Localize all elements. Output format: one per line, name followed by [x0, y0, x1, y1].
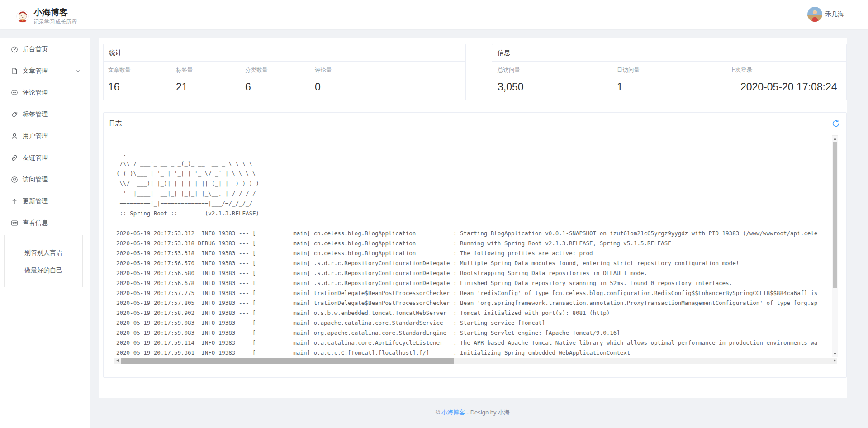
horizontal-scrollbar-thumb[interactable] [121, 358, 454, 364]
stat-label: 标签量 [176, 67, 193, 74]
chevron-down-icon [76, 69, 81, 74]
username: 禾几海 [825, 10, 844, 19]
sidebar-item-updates[interactable]: 更新管理 [0, 190, 90, 212]
motto-line-1: 别管别人言语 [24, 249, 62, 256]
stats-card-title: 统计 [109, 49, 122, 57]
sidebar-item-label: 用户管理 [23, 132, 90, 140]
sidebar-item-label: 文章管理 [23, 67, 76, 75]
scroll-left-arrow[interactable] [114, 358, 120, 363]
vertical-scrollbar[interactable] [832, 135, 838, 357]
footer-copyright: © [436, 409, 441, 416]
user-menu[interactable]: 禾几海 [807, 7, 844, 22]
log-output: . ____ _ __ _ _ /\\ / ___'_ __ _ _(_)_ _… [104, 134, 830, 358]
refresh-icon [832, 119, 840, 128]
refresh-button[interactable] [831, 119, 841, 128]
user-icon [11, 133, 18, 140]
stat-label: 评论量 [315, 67, 332, 74]
stat-value: 6 [245, 80, 268, 94]
site-logo-icon [16, 10, 29, 23]
footer: © 小海博客 - Design by 小海 [99, 409, 847, 417]
stat-categories: 分类数量 6 [245, 62, 268, 94]
sidebar-item-view-info[interactable]: 查看信息 [0, 212, 90, 234]
vertical-scrollbar-thumb[interactable] [833, 142, 837, 288]
link-icon [11, 154, 18, 162]
sidebar-item-links[interactable]: 友链管理 [0, 147, 90, 169]
stat-value: 16 [108, 80, 131, 94]
dashboard-icon [11, 46, 18, 53]
stat-daily-visits: 日访问量 1 [617, 62, 640, 94]
admin-dashboard: 小海博客 记录学习成长历程 禾几海 [0, 0, 868, 428]
sidebar-item-label: 更新管理 [23, 197, 90, 205]
sidebar-item-label: 后台首页 [23, 45, 90, 53]
footer-design-by: - Design by 小海 [465, 409, 510, 416]
sidebar-item-label: 查看信息 [23, 219, 90, 227]
info-card-body: 总访问量 3,050 日访问量 1 上次登录 2020-05-20 17:08:… [492, 62, 846, 101]
site-title: 小海博客 [33, 8, 77, 18]
location-icon [11, 176, 18, 183]
stat-articles: 文章数量 16 [108, 62, 131, 94]
info-card-header: 信息 [492, 44, 846, 62]
stat-last-login: 上次登录 2020-05-20 17:08:24 [730, 62, 837, 94]
sidebar-item-comments[interactable]: 评论管理 [0, 82, 90, 104]
stat-total-visits: 总访问量 3,050 [498, 62, 524, 94]
app-header: 小海博客 记录学习成长历程 禾几海 [0, 0, 868, 29]
site-subtitle: 记录学习成长历程 [33, 19, 77, 25]
sidebar-item-articles[interactable]: 文章管理 [0, 60, 90, 82]
sidebar-nav: 后台首页 文章管理 评论管理 [0, 38, 90, 234]
stats-card-body: 文章数量 16 标签量 21 分类数量 6 评论量 0 [104, 62, 465, 101]
stat-value: 21 [176, 80, 193, 94]
sidebar-item-tags[interactable]: 标签管理 [0, 104, 90, 125]
footer-site-link[interactable]: 小海博客 [441, 409, 465, 416]
motto-line-2: 做最好的自己 [24, 267, 62, 273]
stat-label: 日访问量 [617, 67, 640, 74]
tag-icon [11, 111, 18, 118]
sidebar-item-dashboard[interactable]: 后台首页 [0, 38, 90, 60]
user-avatar [807, 7, 822, 22]
stat-value: 0 [315, 80, 332, 94]
scroll-right-arrow[interactable] [832, 358, 837, 363]
arrow-up-icon [11, 198, 18, 205]
stat-value: 1 [617, 80, 640, 94]
sidebar-item-label: 访问管理 [23, 176, 90, 184]
scroll-up-arrow[interactable] [832, 136, 838, 141]
sidebar-item-label: 标签管理 [23, 110, 90, 119]
log-card: 日志 . ____ _ __ _ _ /\\ / ___'_ __ _ _(_)… [103, 112, 847, 378]
sidebar: 后台首页 文章管理 评论管理 [0, 38, 90, 428]
stat-value: 3,050 [498, 80, 524, 94]
stat-value: 2020-05-20 17:08:24 [730, 80, 837, 94]
stats-card: 统计 文章数量 16 标签量 21 分类数量 6 评论量 0 [103, 44, 466, 100]
sidebar-item-visits[interactable]: 访问管理 [0, 169, 90, 190]
sidebar-item-label: 评论管理 [23, 89, 90, 97]
scroll-down-arrow[interactable] [832, 351, 838, 357]
main-panel: 统计 文章数量 16 标签量 21 分类数量 6 评论量 0 [99, 38, 847, 398]
brand[interactable]: 小海博客 记录学习成长历程 [16, 8, 77, 25]
stat-label: 文章数量 [108, 67, 131, 74]
sidebar-item-label: 友链管理 [23, 154, 90, 162]
motto-box: 别管别人言语 做最好的自己 [4, 235, 83, 287]
comment-icon [11, 89, 18, 96]
horizontal-scrollbar[interactable] [114, 358, 837, 364]
stat-label: 上次登录 [730, 67, 837, 74]
stat-comments: 评论量 0 [315, 62, 332, 94]
log-card-body: . ____ _ __ _ _ /\\ / ___'_ __ _ _(_)_ _… [104, 134, 846, 377]
log-card-title: 日志 [109, 119, 122, 128]
sidebar-item-users[interactable]: 用户管理 [0, 125, 90, 147]
info-card-title: 信息 [498, 49, 510, 57]
info-card: 信息 总访问量 3,050 日访问量 1 上次登录 2020-05-20 17:… [492, 44, 847, 100]
document-icon [11, 67, 18, 75]
stat-label: 总访问量 [498, 67, 524, 74]
id-card-icon [11, 219, 18, 227]
stat-tags: 标签量 21 [176, 62, 193, 94]
stat-label: 分类数量 [245, 67, 268, 74]
stats-card-header: 统计 [104, 44, 465, 62]
log-card-header: 日志 [104, 113, 846, 134]
